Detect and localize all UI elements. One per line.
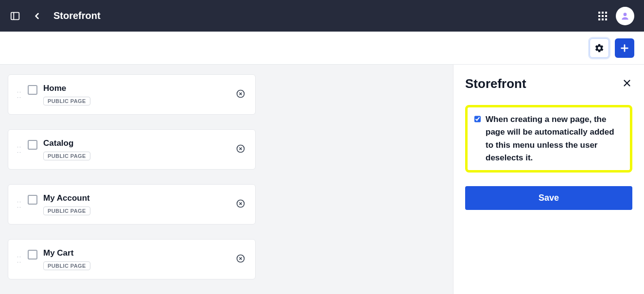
remove-icon[interactable]	[236, 144, 245, 156]
close-icon[interactable]	[622, 78, 632, 90]
top-header-right	[598, 7, 634, 25]
auto-add-label-wrapper[interactable]: When creating a new page, the page will …	[474, 113, 623, 164]
drag-handle-icon[interactable]: ····	[16, 89, 23, 100]
avatar[interactable]	[616, 7, 634, 25]
panel-toggle-icon[interactable]	[10, 11, 20, 21]
page-item-name: Home	[43, 84, 236, 93]
gear-icon	[594, 43, 604, 53]
main-area: ···· Home PUBLIC PAGE ···· Catalog PUBLI…	[0, 65, 644, 294]
save-button[interactable]: Save	[465, 186, 632, 210]
page-item-name: My Cart	[43, 248, 236, 258]
side-panel-title: Storefront	[465, 76, 526, 91]
svg-point-2	[624, 13, 627, 16]
side-panel-header: Storefront	[465, 76, 632, 91]
page-item[interactable]: ···· Home PUBLIC PAGE	[8, 74, 256, 115]
settings-button[interactable]	[590, 38, 609, 58]
page-item-badge: PUBLIC PAGE	[43, 97, 90, 105]
toolbar	[0, 32, 644, 65]
top-header-left: Storefront	[10, 10, 101, 21]
pages-list: ···· Home PUBLIC PAGE ···· Catalog PUBLI…	[0, 65, 453, 294]
page-item-text: Home PUBLIC PAGE	[43, 84, 236, 105]
page-checkbox[interactable]	[28, 250, 37, 259]
page-checkbox[interactable]	[28, 140, 37, 150]
page-item-badge: PUBLIC PAGE	[43, 207, 90, 215]
top-header: Storefront	[0, 0, 644, 32]
page-item-name: Catalog	[43, 138, 236, 148]
back-icon[interactable]	[32, 11, 42, 21]
svg-rect-0	[11, 12, 19, 19]
page-item-text: My Account PUBLIC PAGE	[43, 193, 236, 215]
page-item-badge: PUBLIC PAGE	[43, 261, 90, 270]
page-checkbox[interactable]	[28, 195, 37, 205]
apps-icon[interactable]	[598, 12, 607, 20]
page-title: Storefront	[53, 10, 101, 21]
add-button[interactable]	[615, 38, 634, 58]
drag-handle-icon[interactable]: ····	[16, 144, 23, 155]
auto-add-setting: When creating a new page, the page will …	[465, 105, 632, 173]
auto-add-checkbox[interactable]	[474, 115, 481, 123]
remove-icon[interactable]	[236, 199, 245, 210]
plus-icon	[619, 43, 630, 53]
remove-icon[interactable]	[236, 89, 245, 101]
page-item[interactable]: ···· Catalog PUBLIC PAGE	[8, 129, 256, 170]
page-item-text: Catalog PUBLIC PAGE	[43, 138, 236, 160]
page-item-badge: PUBLIC PAGE	[43, 152, 90, 160]
page-item[interactable]: ···· My Cart PUBLIC PAGE	[8, 239, 256, 279]
side-panel: Storefront When creating a new page, the…	[453, 65, 644, 294]
page-item-text: My Cart PUBLIC PAGE	[43, 248, 236, 270]
page-item-name: My Account	[43, 193, 236, 203]
drag-handle-icon[interactable]: ····	[16, 254, 23, 265]
page-checkbox[interactable]	[28, 85, 37, 95]
page-item[interactable]: ···· My Account PUBLIC PAGE	[8, 184, 256, 225]
auto-add-label: When creating a new page, the page will …	[486, 113, 623, 164]
remove-icon[interactable]	[236, 254, 245, 265]
drag-handle-icon[interactable]: ····	[16, 199, 23, 210]
